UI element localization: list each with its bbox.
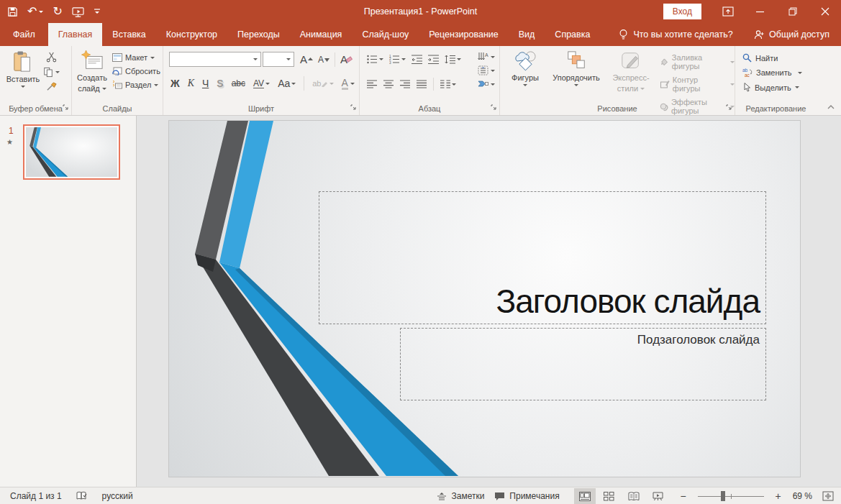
fit-to-window-button[interactable] <box>822 491 834 501</box>
save-button[interactable] <box>7 6 18 17</box>
language-indicator[interactable]: русский <box>102 491 133 501</box>
slide-subtitle-text[interactable]: Подзаголовок слайда <box>637 333 760 347</box>
reset-button[interactable]: Сбросить <box>112 67 160 75</box>
dropdown-caret <box>491 83 495 86</box>
slide-counter: Слайд 1 из 1 <box>10 491 62 501</box>
notes-label: Заметки <box>451 491 484 501</box>
title-placeholder[interactable]: Заголовок слайда <box>319 191 766 324</box>
tab-slideshow[interactable]: Слайд-шоу <box>352 23 419 46</box>
shape-outline-button[interactable]: Контур фигуры <box>660 75 735 93</box>
clipboard-dialog-launcher[interactable] <box>63 104 69 112</box>
powerpoint-window: ↶ ↻ Презентация1 - PowerPoint Вход <box>0 0 841 504</box>
align-center-button[interactable] <box>383 80 394 88</box>
tab-review[interactable]: Рецензирование <box>419 23 509 46</box>
drawing-dialog-launcher[interactable] <box>726 104 732 112</box>
slide-title-text[interactable]: Заголовок слайда <box>496 282 760 321</box>
change-case-button[interactable]: Aa <box>278 78 296 88</box>
font-size-combobox[interactable] <box>263 52 294 67</box>
font-name-dropdown[interactable] <box>250 52 260 66</box>
slide-1-thumbnail[interactable] <box>23 124 120 180</box>
increase-indent-button[interactable] <box>428 55 439 64</box>
close-button[interactable] <box>809 0 841 23</box>
view-slide-sorter-button[interactable] <box>599 488 620 504</box>
sign-in-button[interactable]: Вход <box>663 4 701 19</box>
minimize-button[interactable] <box>744 0 776 23</box>
bold-button[interactable]: Ж <box>171 78 180 88</box>
format-painter-button[interactable] <box>43 82 60 93</box>
ribbon-display-options-button[interactable] <box>712 0 744 23</box>
svg-text:ab: ab <box>742 68 748 73</box>
font-name-combobox[interactable] <box>169 52 261 67</box>
paste-button[interactable]: Вставить <box>4 50 42 88</box>
font-dialog-launcher[interactable] <box>350 104 357 112</box>
clear-formatting-button[interactable]: А <box>340 54 353 65</box>
zoom-out-button[interactable]: − <box>679 491 688 501</box>
grow-font-button[interactable]: А <box>300 54 313 65</box>
view-slideshow-button[interactable] <box>647 488 669 504</box>
align-right-button[interactable] <box>400 80 410 88</box>
decrease-indent-button[interactable] <box>412 55 422 64</box>
bullets-button[interactable] <box>367 55 383 64</box>
share-button[interactable]: Общий доступ <box>753 23 829 46</box>
zoom-percent[interactable]: 69 % <box>793 491 812 501</box>
select-button[interactable]: Выделить <box>742 83 802 92</box>
tab-home[interactable]: Главная <box>48 23 103 46</box>
shapes-button[interactable]: Фигуры <box>504 50 546 86</box>
columns-button[interactable] <box>440 80 456 88</box>
section-button[interactable]: Раздел <box>112 81 160 89</box>
shrink-font-button[interactable]: А <box>318 55 329 64</box>
tab-animations[interactable]: Анимация <box>290 23 353 46</box>
tab-transitions[interactable]: Переходы <box>227 23 290 46</box>
zoom-slider-thumb[interactable] <box>721 491 725 501</box>
customize-qat-button[interactable] <box>94 8 101 15</box>
undo-button[interactable]: ↶ <box>27 6 43 17</box>
new-slide-button[interactable]: Создать слайд <box>73 50 111 93</box>
justify-button[interactable] <box>417 80 427 88</box>
convert-smartart-button[interactable] <box>478 79 495 89</box>
dropdown-caret <box>21 86 25 88</box>
start-from-beginning-button[interactable] <box>72 6 84 17</box>
character-spacing-button[interactable]: AV <box>253 79 270 88</box>
tab-help[interactable]: Справка <box>545 23 600 46</box>
align-left-button[interactable] <box>367 80 377 88</box>
comments-button[interactable]: Примечания <box>494 491 559 501</box>
align-text-button[interactable] <box>478 65 495 75</box>
underline-button[interactable]: Ч <box>202 78 209 88</box>
copy-button[interactable] <box>43 67 60 78</box>
tell-me-box[interactable]: Что вы хотите сделать? <box>619 23 732 46</box>
subtitle-placeholder[interactable]: Подзаголовок слайда <box>400 328 766 400</box>
text-direction-button[interactable]: A <box>478 52 495 62</box>
zoom-in-button[interactable]: + <box>774 491 783 501</box>
strikethrough-button[interactable]: abc <box>232 79 245 88</box>
view-reading-button[interactable] <box>623 488 645 504</box>
notes-button[interactable]: Заметки <box>437 491 484 501</box>
lightbulb-icon <box>619 29 628 40</box>
arrange-button[interactable]: Упорядочить <box>547 50 605 86</box>
zoom-slider[interactable] <box>698 491 764 501</box>
replace-button[interactable]: abac Заменить <box>742 68 802 78</box>
cut-button[interactable] <box>43 52 60 63</box>
slide-editor[interactable]: Заголовок слайда Подзаголовок слайда <box>169 121 800 477</box>
spellcheck-button[interactable] <box>76 491 88 501</box>
restore-button[interactable] <box>776 0 809 23</box>
collapse-ribbon-button[interactable] <box>827 103 835 111</box>
redo-button[interactable]: ↻ <box>53 6 62 17</box>
italic-button[interactable]: К <box>188 78 194 88</box>
text-highlight-button[interactable]: ab <box>312 80 333 88</box>
undo-icon: ↶ <box>27 6 37 17</box>
shape-fill-button[interactable]: Заливка фигуры <box>660 53 735 70</box>
view-normal-button[interactable] <box>574 488 596 504</box>
paragraph-dialog-launcher[interactable] <box>491 104 497 112</box>
quick-styles-button[interactable]: Экспресс- стили <box>608 50 654 93</box>
tab-view[interactable]: Вид <box>509 23 545 46</box>
tab-file[interactable]: Файл <box>0 23 48 46</box>
line-spacing-button[interactable] <box>445 55 461 64</box>
numbering-button[interactable]: 123 <box>389 55 406 64</box>
font-color-button[interactable]: А <box>342 78 355 90</box>
font-size-dropdown[interactable] <box>283 52 294 66</box>
tab-insert[interactable]: Вставка <box>102 23 155 46</box>
layout-button[interactable]: Макет <box>112 53 160 62</box>
tab-design[interactable]: Конструктор <box>156 23 227 46</box>
text-shadow-button[interactable]: S <box>217 78 223 88</box>
find-button[interactable]: Найти <box>742 53 802 63</box>
